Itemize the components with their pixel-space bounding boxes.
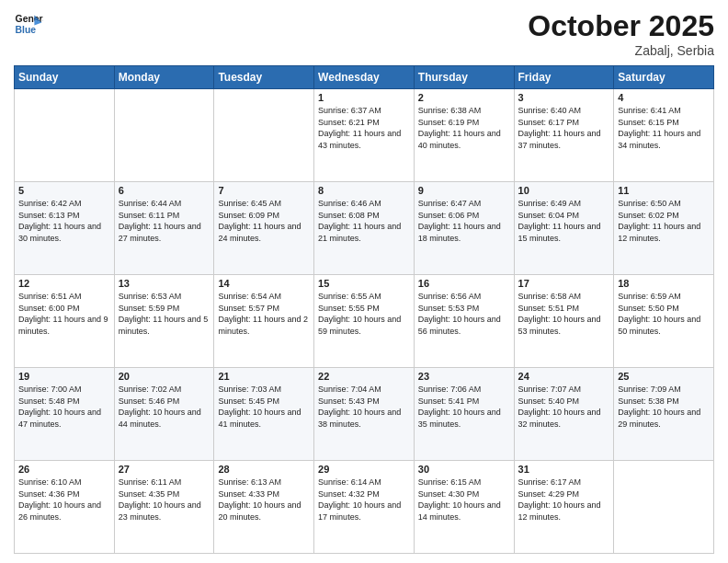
day-info: Sunrise: 6:13 AMSunset: 4:33 PMDaylight:… — [218, 477, 310, 523]
day-info: Sunrise: 6:38 AMSunset: 6:19 PMDaylight:… — [418, 105, 510, 151]
table-row: 14Sunrise: 6:54 AMSunset: 5:57 PMDayligh… — [214, 275, 314, 368]
col-tuesday: Tuesday — [214, 66, 314, 89]
table-row: 6Sunrise: 6:44 AMSunset: 6:11 PMDaylight… — [114, 182, 214, 275]
table-row: 18Sunrise: 6:59 AMSunset: 5:50 PMDayligh… — [614, 275, 714, 368]
day-info: Sunrise: 7:06 AMSunset: 5:41 PMDaylight:… — [418, 384, 510, 430]
table-row: 11Sunrise: 6:50 AMSunset: 6:02 PMDayligh… — [614, 182, 714, 275]
day-number: 29 — [318, 464, 410, 475]
day-number: 15 — [318, 278, 410, 289]
table-row: 1Sunrise: 6:37 AMSunset: 6:21 PMDaylight… — [314, 89, 415, 182]
table-row: 12Sunrise: 6:51 AMSunset: 6:00 PMDayligh… — [15, 275, 115, 368]
table-row: 17Sunrise: 6:58 AMSunset: 5:51 PMDayligh… — [514, 275, 614, 368]
header: General Blue October 2025 Zabalj, Serbia — [14, 9, 714, 58]
day-info: Sunrise: 6:59 AMSunset: 5:50 PMDaylight:… — [618, 291, 710, 337]
day-number: 25 — [618, 371, 710, 382]
col-sunday: Sunday — [15, 66, 115, 89]
day-number: 19 — [18, 371, 110, 382]
day-info: Sunrise: 6:56 AMSunset: 5:53 PMDaylight:… — [418, 291, 510, 337]
table-row: 9Sunrise: 6:47 AMSunset: 6:06 PMDaylight… — [414, 182, 514, 275]
day-number: 6 — [119, 185, 210, 196]
day-info: Sunrise: 6:46 AMSunset: 6:08 PMDaylight:… — [318, 198, 410, 244]
calendar-week-row: 5Sunrise: 6:42 AMSunset: 6:13 PMDaylight… — [15, 182, 714, 275]
day-number: 8 — [318, 185, 410, 196]
table-row — [614, 461, 714, 554]
day-number: 22 — [318, 371, 410, 382]
col-monday: Monday — [114, 66, 214, 89]
table-row: 30Sunrise: 6:15 AMSunset: 4:30 PMDayligh… — [414, 461, 514, 554]
table-row — [214, 89, 314, 182]
day-info: Sunrise: 6:17 AMSunset: 4:29 PMDaylight:… — [518, 477, 610, 523]
day-info: Sunrise: 6:53 AMSunset: 5:59 PMDaylight:… — [119, 291, 210, 337]
day-info: Sunrise: 7:00 AMSunset: 5:48 PMDaylight:… — [18, 384, 110, 430]
calendar-week-row: 26Sunrise: 6:10 AMSunset: 4:36 PMDayligh… — [15, 461, 714, 554]
day-number: 7 — [218, 185, 310, 196]
table-row: 16Sunrise: 6:56 AMSunset: 5:53 PMDayligh… — [414, 275, 514, 368]
day-number: 20 — [119, 371, 210, 382]
day-number: 18 — [618, 278, 710, 289]
table-row: 10Sunrise: 6:49 AMSunset: 6:04 PMDayligh… — [514, 182, 614, 275]
table-row: 7Sunrise: 6:45 AMSunset: 6:09 PMDaylight… — [214, 182, 314, 275]
day-info: Sunrise: 6:44 AMSunset: 6:11 PMDaylight:… — [119, 198, 210, 244]
table-row: 19Sunrise: 7:00 AMSunset: 5:48 PMDayligh… — [15, 368, 115, 461]
day-number: 4 — [618, 92, 710, 103]
day-info: Sunrise: 6:51 AMSunset: 6:00 PMDaylight:… — [18, 291, 110, 337]
table-row: 25Sunrise: 7:09 AMSunset: 5:38 PMDayligh… — [614, 368, 714, 461]
day-info: Sunrise: 6:50 AMSunset: 6:02 PMDaylight:… — [618, 198, 710, 244]
day-info: Sunrise: 7:02 AMSunset: 5:46 PMDaylight:… — [119, 384, 210, 430]
calendar-table: Sunday Monday Tuesday Wednesday Thursday… — [14, 65, 714, 554]
table-row: 15Sunrise: 6:55 AMSunset: 5:55 PMDayligh… — [314, 275, 415, 368]
calendar-page: General Blue October 2025 Zabalj, Serbia… — [0, 0, 728, 563]
table-row: 4Sunrise: 6:41 AMSunset: 6:15 PMDaylight… — [614, 89, 714, 182]
table-row — [114, 89, 214, 182]
col-thursday: Thursday — [414, 66, 514, 89]
day-number: 23 — [418, 371, 510, 382]
table-row: 2Sunrise: 6:38 AMSunset: 6:19 PMDaylight… — [414, 89, 514, 182]
day-number: 1 — [318, 92, 410, 103]
day-number: 9 — [418, 185, 510, 196]
day-info: Sunrise: 6:11 AMSunset: 4:35 PMDaylight:… — [119, 477, 210, 523]
day-number: 14 — [218, 278, 310, 289]
day-info: Sunrise: 6:15 AMSunset: 4:30 PMDaylight:… — [418, 477, 510, 523]
table-row — [15, 89, 115, 182]
logo-icon: General Blue — [14, 9, 43, 39]
svg-text:Blue: Blue — [16, 25, 37, 35]
day-info: Sunrise: 6:49 AMSunset: 6:04 PMDaylight:… — [518, 198, 610, 244]
table-row: 31Sunrise: 6:17 AMSunset: 4:29 PMDayligh… — [514, 461, 614, 554]
col-wednesday: Wednesday — [314, 66, 415, 89]
table-row: 22Sunrise: 7:04 AMSunset: 5:43 PMDayligh… — [314, 368, 415, 461]
month-title: October 2025 — [528, 9, 714, 43]
day-info: Sunrise: 7:03 AMSunset: 5:45 PMDaylight:… — [218, 384, 310, 430]
day-info: Sunrise: 6:42 AMSunset: 6:13 PMDaylight:… — [18, 198, 110, 244]
day-info: Sunrise: 6:54 AMSunset: 5:57 PMDaylight:… — [218, 291, 310, 337]
day-number: 17 — [518, 278, 610, 289]
day-number: 10 — [518, 185, 610, 196]
table-row: 20Sunrise: 7:02 AMSunset: 5:46 PMDayligh… — [114, 368, 214, 461]
day-number: 24 — [518, 371, 610, 382]
day-number: 31 — [518, 464, 610, 475]
calendar-week-row: 12Sunrise: 6:51 AMSunset: 6:00 PMDayligh… — [15, 275, 714, 368]
calendar-week-row: 19Sunrise: 7:00 AMSunset: 5:48 PMDayligh… — [15, 368, 714, 461]
day-number: 2 — [418, 92, 510, 103]
day-info: Sunrise: 6:45 AMSunset: 6:09 PMDaylight:… — [218, 198, 310, 244]
table-row: 5Sunrise: 6:42 AMSunset: 6:13 PMDaylight… — [15, 182, 115, 275]
table-row: 21Sunrise: 7:03 AMSunset: 5:45 PMDayligh… — [214, 368, 314, 461]
day-number: 28 — [218, 464, 310, 475]
day-info: Sunrise: 6:55 AMSunset: 5:55 PMDaylight:… — [318, 291, 410, 337]
logo: General Blue — [14, 9, 43, 39]
day-number: 13 — [119, 278, 210, 289]
title-section: October 2025 Zabalj, Serbia — [528, 9, 714, 58]
table-row: 29Sunrise: 6:14 AMSunset: 4:32 PMDayligh… — [314, 461, 415, 554]
col-saturday: Saturday — [614, 66, 714, 89]
table-row: 3Sunrise: 6:40 AMSunset: 6:17 PMDaylight… — [514, 89, 614, 182]
day-info: Sunrise: 6:14 AMSunset: 4:32 PMDaylight:… — [318, 477, 410, 523]
day-number: 12 — [18, 278, 110, 289]
day-info: Sunrise: 7:07 AMSunset: 5:40 PMDaylight:… — [518, 384, 610, 430]
table-row: 26Sunrise: 6:10 AMSunset: 4:36 PMDayligh… — [15, 461, 115, 554]
day-info: Sunrise: 6:40 AMSunset: 6:17 PMDaylight:… — [518, 105, 610, 151]
calendar-week-row: 1Sunrise: 6:37 AMSunset: 6:21 PMDaylight… — [15, 89, 714, 182]
day-number: 30 — [418, 464, 510, 475]
day-info: Sunrise: 6:37 AMSunset: 6:21 PMDaylight:… — [318, 105, 410, 151]
day-info: Sunrise: 6:58 AMSunset: 5:51 PMDaylight:… — [518, 291, 610, 337]
day-info: Sunrise: 6:10 AMSunset: 4:36 PMDaylight:… — [18, 477, 110, 523]
col-friday: Friday — [514, 66, 614, 89]
